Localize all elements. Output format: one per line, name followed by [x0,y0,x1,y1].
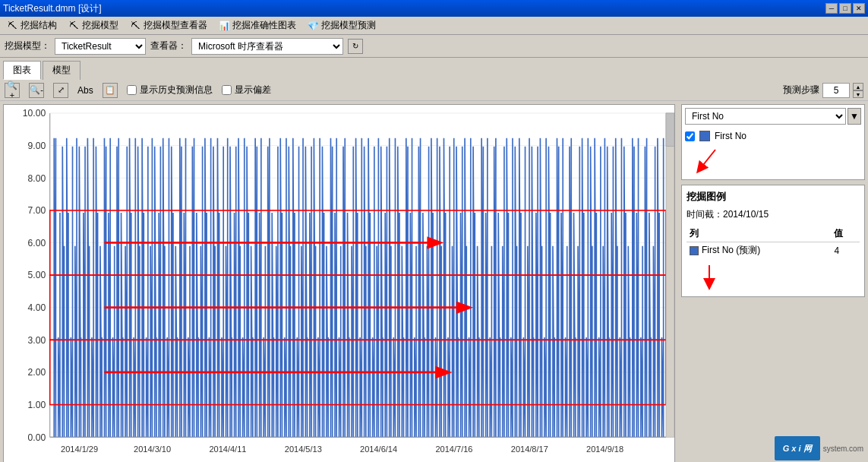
svg-text:2014/8/17: 2014/8/17 [511,445,548,454]
watermark-line2: system.com [823,445,863,453]
title-text: TicketResult.dmm [设计] [3,2,825,15]
menu-item-accuracy-chart[interactable]: 📊 挖掘准确性图表 [213,17,301,33]
right-panel: First No ▼ First No 挖掘图例 [678,101,868,462]
svg-text:2.00: 2.00 [28,367,46,378]
close-button[interactable]: ✕ [853,3,865,14]
svg-text:2014/6/14: 2014/6/14 [360,445,397,454]
toolbar: 挖掘模型： TicketResult 查看器： Microsoft 时序查看器 … [0,35,868,58]
series-name: First No [715,131,746,141]
svg-rect-40 [666,113,674,147]
svg-text:2014/1/29: 2014/1/29 [61,445,98,454]
show-history-checkbox[interactable] [127,85,137,95]
predict-steps-group: 预测步骤 5 ▲ ▼ [783,83,863,98]
predict-steps-label: 预测步骤 [783,84,819,97]
series-item: First No [685,129,861,143]
title-bar: TicketResult.dmm [设计] ─ □ ✕ [0,0,868,17]
show-deviation-label[interactable]: 显示偏差 [222,84,271,97]
svg-text:10.00: 10.00 [23,108,46,119]
legend-col-header: 列 [687,226,831,242]
tab-model[interactable]: 模型 [43,61,80,80]
menu-label-mine-structure: 挖掘结构 [21,19,57,32]
chart-svg: 10.00 9.00 8.00 7.00 6.00 5.00 4.00 3.00… [4,105,674,462]
menu-label-accuracy-chart: 挖掘准确性图表 [232,19,296,32]
menu-label-model-viewer: 挖掘模型查看器 [144,19,207,32]
model-predict-icon: 💎 [307,20,319,32]
series-combo-wrapper: First No ▼ [685,108,861,125]
viewer-combo[interactable]: Microsoft 时序查看器 [191,38,343,55]
maximize-button[interactable]: □ [839,3,851,14]
legend-series-value: 4 [831,242,860,259]
refresh-button[interactable]: ↻ [348,39,363,54]
model-viewer-icon: ⛏ [129,20,141,32]
viewer-label: 查看器： [150,40,187,52]
mine-structure-icon: ⛏ [6,20,18,32]
svg-text:9.00: 9.00 [28,141,46,151]
legend-color-box [690,246,699,255]
watermark-line1: G x i 网 [783,443,812,454]
svg-line-41 [700,150,715,169]
menu-item-model-viewer[interactable]: ⛏ 挖掘模型查看器 [125,17,212,33]
legend-series-name: First No (预测) [687,242,831,259]
svg-text:0.00: 0.00 [28,432,46,443]
menu-label-mine-model: 挖掘模型 [82,19,118,32]
abs-button[interactable]: 📋 [103,83,118,98]
tab-bar: 图表 模型 [0,58,868,80]
menu-item-mine-structure[interactable]: ⛏ 挖掘结构 [2,17,62,33]
legend-val-header: 值 [831,226,860,242]
annotation-arrow-2 [687,261,732,292]
annotation-arrow-1 [685,146,731,176]
minimize-button[interactable]: ─ [825,3,838,14]
svg-text:5.00: 5.00 [28,270,46,280]
svg-text:7.00: 7.00 [28,205,46,216]
legend-table: 列 值 First No (预测) 4 [687,226,860,258]
spin-up-button[interactable]: ▲ [853,83,863,90]
legend-date: 时间截：2014/10/15 [687,208,860,221]
watermark: G x i 网 system.com [775,436,863,460]
series-dropdown[interactable]: First No [685,108,846,125]
predict-steps-input[interactable]: 5 [822,83,850,98]
legend-title: 挖掘图例 [687,190,860,204]
options-bar: 🔍+ 🔍- ⤢ Abs 📋 显示历史预测信息 显示偏差 预测步骤 5 ▲ ▼ [0,80,868,101]
zoom-in-button[interactable]: 🔍+ [5,83,20,98]
svg-text:2014/9/18: 2014/9/18 [586,445,623,454]
show-history-label[interactable]: 显示历史预测信息 [127,84,213,97]
show-deviation-checkbox[interactable] [222,85,232,95]
combo-arrow-button[interactable]: ▼ [847,108,861,125]
legend-panel: 挖掘图例 时间截：2014/10/15 列 值 First No (预测) [681,185,865,297]
zoom-out-button[interactable]: 🔍- [29,83,44,98]
spin-down-button[interactable]: ▼ [853,90,863,98]
tab-chart[interactable]: 图表 [3,61,41,80]
svg-text:8.00: 8.00 [28,173,46,184]
title-bar-buttons: ─ □ ✕ [825,3,865,14]
svg-text:2014/3/10: 2014/3/10 [134,445,171,454]
series-color-box [699,131,710,141]
model-label: 挖掘模型： [5,40,50,52]
menu-item-model-predict[interactable]: 💎 挖掘模型预测 [302,17,380,33]
svg-text:3.00: 3.00 [28,335,46,346]
svg-rect-39 [666,113,674,437]
svg-text:1.00: 1.00 [28,400,46,410]
svg-text:2014/5/13: 2014/5/13 [285,445,322,454]
model-combo[interactable]: TicketResult [55,38,146,55]
accuracy-chart-icon: 📊 [218,20,230,32]
legend-row: First No (预测) 4 [687,242,860,259]
menu-bar: ⛏ 挖掘结构 ⛏ 挖掘模型 ⛏ 挖掘模型查看器 📊 挖掘准确性图表 💎 挖掘模型… [0,17,868,35]
menu-item-mine-model[interactable]: ⛏ 挖掘模型 [63,17,123,33]
chart-area: 10.00 9.00 8.00 7.00 6.00 5.00 4.00 3.00… [3,104,675,462]
series-selector: First No ▼ First No [681,104,865,180]
series-checkbox[interactable] [685,131,695,141]
menu-label-model-predict: 挖掘模型预测 [321,19,376,32]
fit-button[interactable]: ⤢ [53,83,68,98]
svg-text:2014/4/11: 2014/4/11 [209,445,246,454]
main-content: 10.00 9.00 8.00 7.00 6.00 5.00 4.00 3.00… [0,101,868,462]
svg-text:2014/7/16: 2014/7/16 [435,445,472,454]
predict-steps-spinner: ▲ ▼ [853,83,863,98]
svg-text:6.00: 6.00 [28,238,46,248]
mine-model-icon: ⛏ [68,20,80,32]
svg-text:4.00: 4.00 [28,302,46,313]
abs-label: Abs [77,85,93,96]
